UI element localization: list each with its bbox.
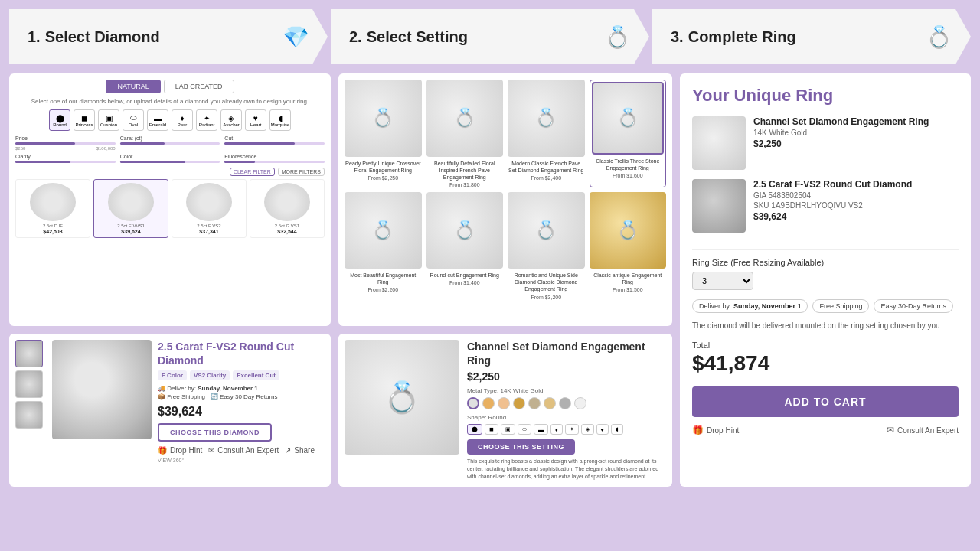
shape-princess[interactable]: ◼Princess xyxy=(74,109,95,131)
diamond-item-2[interactable]: 2.5ct F VS2 $37,341 xyxy=(172,179,247,238)
add-to-cart-button[interactable]: ADD TO CART xyxy=(692,386,959,417)
diamond-item-3[interactable]: 2.5ct G VS1 $32,544 xyxy=(250,179,325,238)
shape-radiant[interactable]: ✦Radiant xyxy=(196,109,217,131)
cut-bar xyxy=(224,142,325,145)
ring-detail-info: Channel Set Diamond Engagement Ring $2,2… xyxy=(467,340,666,481)
ring-name-0: Ready Pretty Unique Crossover Floral Eng… xyxy=(345,160,422,174)
view-360-label[interactable]: VIEW 360° xyxy=(158,458,325,463)
diamond-thumbnails xyxy=(15,340,46,481)
dd-thumb-1[interactable] xyxy=(15,370,43,398)
ring-name-4: Most Beautiful Engagement Ring xyxy=(345,272,422,285)
diamond-price-0: $42,503 xyxy=(19,229,87,234)
ring-name-1: Beautifully Detailed Floral Inspired Fre… xyxy=(426,160,504,181)
ring-item-6[interactable]: 💍 Romantic and Unique Side Diamond Class… xyxy=(508,192,585,300)
delivery-date: Sunday, November 1 xyxy=(733,302,801,310)
shape-asscher-btn[interactable]: ◈ xyxy=(581,424,594,435)
shape-marquise[interactable]: ◖Marquise xyxy=(270,109,291,131)
consult-action[interactable]: ✉ Consult An Expert xyxy=(887,425,959,435)
diamonds-grid: 2.5ct D IF $42,503 2.5ct E VVS1 $39,624 … xyxy=(15,179,325,238)
metal-platinum[interactable] xyxy=(528,397,541,409)
shape-round[interactable]: ⬤Round xyxy=(49,109,70,131)
diamond-price-1: $39,624 xyxy=(97,229,165,234)
dd-consult[interactable]: ✉ Consult An Expert xyxy=(208,446,279,455)
rings-grid: 💍 Ready Pretty Unique Crossover Floral E… xyxy=(345,80,666,300)
shape-princess-btn[interactable]: ◼ xyxy=(485,424,498,435)
metal-white-gold[interactable] xyxy=(467,397,479,409)
filter-row-1: Price $250 $100,000 Carat (ct) Cut xyxy=(15,135,325,151)
lab-tab[interactable]: LAB CREATED xyxy=(164,80,234,93)
dd-thumb-2[interactable] xyxy=(15,401,43,429)
metal-two-tone[interactable] xyxy=(544,397,556,409)
natural-tab[interactable]: NATURAL xyxy=(106,80,160,93)
shape-heart[interactable]: ♥Heart xyxy=(245,109,266,131)
shape-round-btn[interactable]: ⬤ xyxy=(467,424,482,435)
step-1[interactable]: 1. Select Diamond 💎 xyxy=(9,9,328,64)
drop-hint-action[interactable]: 🎁 Drop Hint xyxy=(692,425,739,435)
ring-item-0[interactable]: 💍 Ready Pretty Unique Crossover Floral E… xyxy=(345,80,422,187)
ring-size-select[interactable]: 3456 78910 xyxy=(692,272,753,290)
shape-pear-btn[interactable]: ♦ xyxy=(550,424,563,435)
diamond-delivery: 🚚 Deliver by: Sunday, November 1 xyxy=(158,385,325,392)
clear-filter-btn[interactable]: CLEAR FILTER xyxy=(230,168,275,176)
metal-plat-alt[interactable] xyxy=(559,397,571,409)
step-2-icon: 💍 xyxy=(604,24,631,50)
step-1-title: Select Diamond xyxy=(45,28,283,46)
ring-item-1[interactable]: 💍 Beautifully Detailed Floral Inspired F… xyxy=(426,80,504,187)
diamond-badges: F Color VS2 Clarity Excellent Cut xyxy=(158,370,325,380)
fluorescence-filter: Fluorescence xyxy=(224,154,325,165)
step-2-title: Select Setting xyxy=(367,28,604,46)
dd-thumb-0[interactable] xyxy=(15,340,43,367)
step-2[interactable]: 2. Select Setting 💍 xyxy=(331,9,649,64)
metal-silver[interactable] xyxy=(574,397,586,409)
shape-radiant-btn[interactable]: ✦ xyxy=(565,424,579,435)
ring-price-5: From $1,400 xyxy=(426,280,504,285)
price-range: $250 $100,000 xyxy=(15,146,116,151)
fluor-label: Fluorescence xyxy=(224,154,325,159)
ring-item-3[interactable]: 💍 Classic Trellis Three Stone Engagement… xyxy=(590,80,667,187)
badge-cut: Excellent Cut xyxy=(233,370,279,380)
dd-share[interactable]: ↗ Share xyxy=(285,446,315,455)
price-filter: Price $250 $100,000 xyxy=(15,135,116,151)
dd-drop-hint[interactable]: 🎁 Drop Hint xyxy=(158,446,202,455)
metal-18k-yellow[interactable] xyxy=(513,397,525,409)
diamond-img-1 xyxy=(108,183,154,221)
shape-pear[interactable]: ♦Pear xyxy=(172,109,193,131)
ring-description: This exquisite ring boasts a classic des… xyxy=(467,458,666,480)
steps-header: 1. Select Diamond 💎 2. Select Setting 💍 … xyxy=(9,9,971,64)
shape-emerald[interactable]: ▬Emerald xyxy=(147,109,168,131)
diamond-img-2 xyxy=(186,183,232,221)
shape-oval-btn[interactable]: ⬭ xyxy=(518,424,531,435)
ring-name-3: Classic Trellis Three Stone Engagement R… xyxy=(592,158,665,171)
ring-price-4: From $2,200 xyxy=(345,287,422,292)
step-3[interactable]: 3. Complete Ring 💍 xyxy=(652,9,971,64)
shape-marquise-btn[interactable]: ◖ xyxy=(611,424,623,435)
choose-diamond-btn[interactable]: CHOOSE THIS DIAMOND xyxy=(158,423,272,442)
shape-cushion-btn[interactable]: ▣ xyxy=(501,424,515,435)
diamond-type-tabs: NATURAL LAB CREATED xyxy=(15,80,325,93)
metal-rose-gold[interactable] xyxy=(498,397,510,409)
unique-ring-title: Your Unique Ring xyxy=(692,86,959,106)
diamond-item-1[interactable]: 2.5ct E VVS1 $39,624 xyxy=(93,179,168,238)
shape-cushion[interactable]: ▣Cushion xyxy=(98,109,119,131)
diamond-sku: SKU 1A9BDHRLHYOQIVU VS2 xyxy=(753,201,959,210)
ring-img-3: 💍 xyxy=(592,82,665,155)
ring-img-1: 💍 xyxy=(426,80,504,157)
shape-emerald-btn[interactable]: ▬ xyxy=(534,424,548,435)
ring-item-4[interactable]: 💍 Most Beautiful Engagement Ring From $2… xyxy=(345,192,422,300)
more-filters-btn[interactable]: MORE FILTERS xyxy=(278,168,325,176)
diamond-detail-panel: 2.5 Carat F-VS2 Round Cut Diamond F Colo… xyxy=(9,334,331,487)
step-3-title: Complete Ring xyxy=(688,28,926,46)
shape-heart-btn[interactable]: ♥ xyxy=(596,424,609,435)
choose-setting-btn[interactable]: CHOOSE THIS SETTING xyxy=(467,439,575,455)
carat-label: Carat (ct) xyxy=(120,135,220,141)
metal-yellow-gold[interactable] xyxy=(482,397,495,409)
divider-1 xyxy=(692,249,959,250)
shape-oval[interactable]: ⬭Oval xyxy=(122,109,144,131)
diamond-info: 2.5 Carat F-VS2 Round Cut Diamond F Colo… xyxy=(158,340,325,481)
ring-item-2[interactable]: 💍 Modern Classic French Pave Set Diamond… xyxy=(508,80,585,187)
ring-item-5[interactable]: 💍 Round-cut Engagement Ring From $1,400 xyxy=(426,192,504,300)
diamond-img-0 xyxy=(30,183,76,221)
shape-asscher[interactable]: ◈Asscher xyxy=(220,109,242,131)
ring-item-7[interactable]: 💍 Classic antique Engagement Ring From $… xyxy=(590,192,667,300)
diamond-item-0[interactable]: 2.5ct D IF $42,503 xyxy=(15,179,90,238)
